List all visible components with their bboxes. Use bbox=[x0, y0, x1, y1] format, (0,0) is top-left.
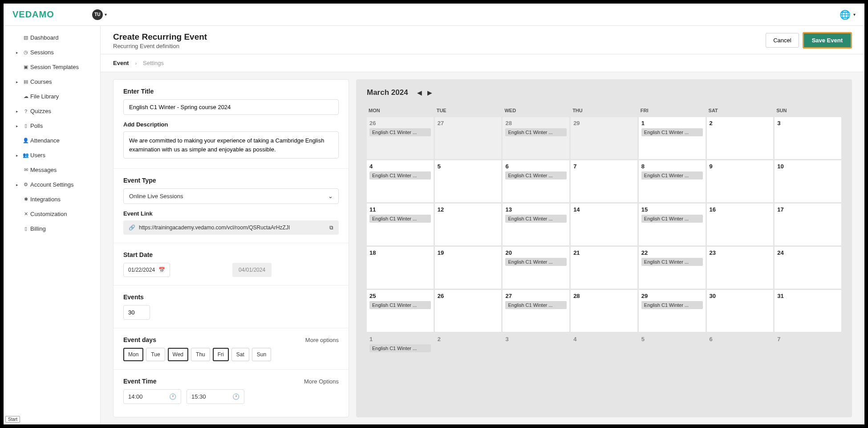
breadcrumb-event[interactable]: Event bbox=[113, 60, 129, 66]
calendar-prev-button[interactable]: ◀ bbox=[417, 89, 422, 96]
day-pill-mon[interactable]: Mon bbox=[123, 348, 143, 361]
calendar-event-chip[interactable]: English C1 Winter ... bbox=[505, 301, 567, 309]
calendar-cell[interactable]: 7 bbox=[775, 333, 841, 375]
calendar-cell[interactable]: 19 bbox=[435, 247, 502, 289]
calendar-cell[interactable]: 8English C1 Winter ... bbox=[639, 160, 706, 202]
day-pill-sat[interactable]: Sat bbox=[231, 348, 249, 361]
calendar-cell[interactable]: 12 bbox=[435, 204, 502, 245]
calendar-cell[interactable]: 2 bbox=[435, 333, 502, 375]
chevron-right-icon: ▸ bbox=[16, 80, 18, 84]
calendar-cell[interactable]: 26 bbox=[435, 290, 502, 332]
calendar-cell[interactable]: 31 bbox=[775, 290, 841, 332]
sidebar-item-attendance[interactable]: 👤Attendance bbox=[4, 133, 100, 148]
copy-icon[interactable]: ⧉ bbox=[329, 224, 333, 231]
day-pill-thu[interactable]: Thu bbox=[191, 348, 210, 361]
calendar-cell[interactable]: 30 bbox=[707, 290, 774, 332]
calendar-cell[interactable]: 22English C1 Winter ... bbox=[639, 247, 706, 289]
calendar-cell[interactable]: 29 bbox=[571, 117, 637, 159]
sidebar-item-integrations[interactable]: ✱Integrations bbox=[4, 192, 100, 207]
sidebar-item-users[interactable]: ▸👥Users bbox=[4, 148, 100, 163]
calendar-cell[interactable]: 15English C1 Winter ... bbox=[639, 204, 706, 245]
calendar-cell[interactable]: 4 bbox=[571, 333, 637, 375]
sidebar-item-file-library[interactable]: ☁File Library bbox=[4, 89, 100, 104]
calendar-cell[interactable]: 21 bbox=[571, 247, 637, 289]
calendar-cell[interactable]: 1English C1 Winter ... bbox=[367, 333, 434, 375]
sidebar-item-messages[interactable]: ✉Messages bbox=[4, 163, 100, 177]
calendar-cell[interactable]: 29English C1 Winter ... bbox=[639, 290, 706, 332]
calendar-cell[interactable]: 28 bbox=[571, 290, 637, 332]
sidebar-item-customization[interactable]: ✕Customization bbox=[4, 207, 100, 221]
calendar-event-chip[interactable]: English C1 Winter ... bbox=[369, 171, 431, 179]
calendar-cell[interactable]: 1English C1 Winter ... bbox=[639, 117, 706, 159]
more-options-link-2[interactable]: More Options bbox=[304, 378, 339, 385]
calendar-cell[interactable]: 26English C1 Winter ... bbox=[367, 117, 434, 159]
calendar-cell[interactable]: 5 bbox=[435, 160, 502, 202]
breadcrumb-settings[interactable]: Settings bbox=[143, 60, 164, 66]
calendar-event-chip[interactable]: English C1 Winter ... bbox=[369, 344, 431, 352]
calendar-event-chip[interactable]: English C1 Winter ... bbox=[641, 128, 703, 136]
calendar-cell[interactable]: 3 bbox=[503, 333, 569, 375]
sidebar-item-session-templates[interactable]: ▣Session Templates bbox=[4, 60, 100, 74]
calendar-cell[interactable]: 5 bbox=[639, 333, 706, 375]
calendar-cell[interactable]: 6 bbox=[707, 333, 774, 375]
day-pill-wed[interactable]: Wed bbox=[168, 348, 188, 361]
calendar-event-chip[interactable]: English C1 Winter ... bbox=[641, 171, 703, 179]
time-end-input[interactable]: 15:30 🕐 bbox=[187, 389, 244, 404]
cancel-button[interactable]: Cancel bbox=[766, 33, 799, 48]
sidebar-item-sessions[interactable]: ▸◷Sessions bbox=[4, 45, 100, 60]
calendar-day-number: 11 bbox=[369, 206, 431, 213]
start-date-input[interactable]: 01/22/2024 📅 bbox=[123, 263, 170, 277]
calendar-cell[interactable]: 10 bbox=[775, 160, 841, 202]
title-input[interactable] bbox=[123, 99, 339, 115]
calendar-cell[interactable]: 25English C1 Winter ... bbox=[367, 290, 434, 332]
sidebar-item-dashboard[interactable]: ▧Dashboard bbox=[4, 30, 100, 45]
calendar-day-number: 8 bbox=[641, 163, 703, 170]
events-count-input[interactable] bbox=[123, 305, 150, 320]
user-menu[interactable]: TU ▾ bbox=[92, 9, 107, 20]
sidebar-item-account-settings[interactable]: ▸⚙Account Settings bbox=[4, 177, 100, 192]
description-textarea[interactable] bbox=[123, 131, 339, 159]
calendar-cell[interactable]: 17 bbox=[775, 204, 841, 245]
calendar-event-chip[interactable]: English C1 Winter ... bbox=[641, 258, 703, 266]
calendar-cell[interactable]: 14 bbox=[571, 204, 637, 245]
calendar-cell[interactable]: 28English C1 Winter ... bbox=[503, 117, 569, 159]
day-pill-tue[interactable]: Tue bbox=[146, 348, 165, 361]
calendar-cell[interactable]: 2 bbox=[707, 117, 774, 159]
calendar-event-chip[interactable]: English C1 Winter ... bbox=[641, 301, 703, 309]
calendar-event-chip[interactable]: English C1 Winter ... bbox=[505, 171, 567, 179]
calendar-cell[interactable]: 7 bbox=[571, 160, 637, 202]
calendar-event-chip[interactable]: English C1 Winter ... bbox=[369, 128, 431, 136]
calendar-next-button[interactable]: ▶ bbox=[427, 89, 432, 96]
save-event-button[interactable]: Save Event bbox=[803, 32, 852, 49]
calendar-event-chip[interactable]: English C1 Winter ... bbox=[641, 215, 703, 223]
calendar-cell[interactable]: 24 bbox=[775, 247, 841, 289]
calendar-event-chip[interactable]: English C1 Winter ... bbox=[369, 215, 431, 223]
calendar-event-chip[interactable]: English C1 Winter ... bbox=[505, 258, 567, 266]
calendar-cell[interactable]: 23 bbox=[707, 247, 774, 289]
calendar-cell[interactable]: 11English C1 Winter ... bbox=[367, 204, 434, 245]
calendar-day-number: 23 bbox=[710, 249, 771, 256]
calendar-cell[interactable]: 27 bbox=[435, 117, 502, 159]
calendar-cell[interactable]: 13English C1 Winter ... bbox=[503, 204, 569, 245]
more-options-link[interactable]: More options bbox=[305, 337, 339, 343]
event-type-select[interactable]: Online Live Sessions ⌄ bbox=[123, 188, 339, 204]
calendar-event-chip[interactable]: English C1 Winter ... bbox=[505, 128, 567, 136]
calendar-cell[interactable]: 18 bbox=[367, 247, 434, 289]
calendar-cell[interactable]: 20English C1 Winter ... bbox=[503, 247, 569, 289]
calendar-event-chip[interactable]: English C1 Winter ... bbox=[369, 301, 431, 309]
calendar-cell[interactable]: 16 bbox=[707, 204, 774, 245]
sidebar-item-polls[interactable]: ▸▯Polls bbox=[4, 118, 100, 133]
sidebar-item-billing[interactable]: ▯Billing bbox=[4, 221, 100, 236]
day-pill-fri[interactable]: Fri bbox=[213, 348, 229, 361]
calendar-cell[interactable]: 3 bbox=[775, 117, 841, 159]
sidebar-item-quizzes[interactable]: ▸?Quizzes bbox=[4, 104, 100, 118]
sidebar-item-courses[interactable]: ▸▤Courses bbox=[4, 74, 100, 89]
calendar-event-chip[interactable]: English C1 Winter ... bbox=[505, 215, 567, 223]
calendar-cell[interactable]: 4English C1 Winter ... bbox=[367, 160, 434, 202]
calendar-cell[interactable]: 27English C1 Winter ... bbox=[503, 290, 569, 332]
language-menu[interactable]: 🌐 ▾ bbox=[840, 9, 856, 20]
calendar-cell[interactable]: 9 bbox=[707, 160, 774, 202]
calendar-cell[interactable]: 6English C1 Winter ... bbox=[503, 160, 569, 202]
time-start-input[interactable]: 14:00 🕐 bbox=[123, 389, 181, 404]
day-pill-sun[interactable]: Sun bbox=[252, 348, 271, 361]
